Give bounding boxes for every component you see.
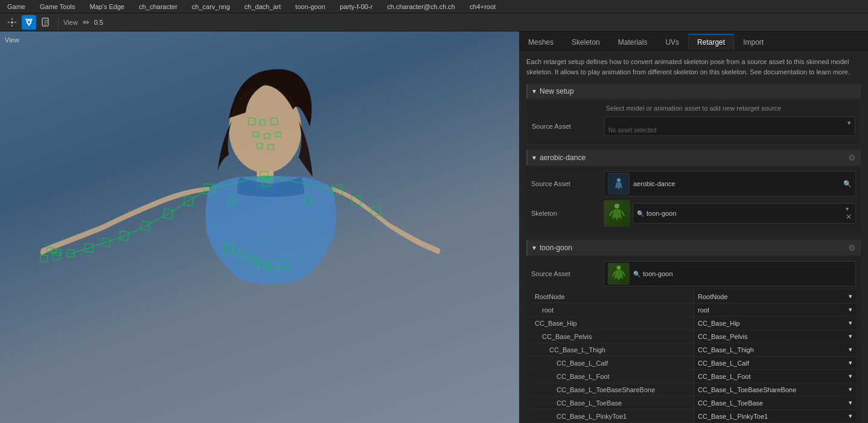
bone-row-6: CC_Base_L_ToeBase CC_Base_L_ToeBase ▾ <box>531 396 856 410</box>
aerobic-dance-skeleton-select[interactable]: 🔍 toon-goon ▾ ✕ <box>633 203 856 224</box>
new-setup-chevron-icon: ▾ <box>532 87 536 95</box>
skeleton-close-icon[interactable]: ✕ <box>846 213 852 221</box>
main-area: View <box>0 31 868 423</box>
retarget-description: Each retarget setup defines how to conve… <box>526 57 861 77</box>
bone-row-3: CC_Base_L_Calf CC_Base_L_Calf ▾ <box>531 357 856 370</box>
svg-point-49 <box>617 178 621 182</box>
bone-left-4: CC_Base_L_Foot <box>531 373 694 380</box>
bone-right-4[interactable]: CC_Base_L_Foot ▾ <box>694 370 856 383</box>
bone-right-5[interactable]: CC_Base_L_ToeBaseShareBone ▾ <box>694 383 856 396</box>
menu-maps-edge[interactable]: Map's Edge <box>87 3 127 10</box>
tab-materials[interactable]: Materials <box>609 34 657 50</box>
toolbar-retarget-button[interactable] <box>22 15 36 30</box>
svg-rect-22 <box>53 253 60 260</box>
viewport[interactable]: View <box>0 31 519 423</box>
toon-goon-header[interactable]: ▾ toon-goon ⚙ <box>526 240 861 256</box>
aerobic-dance-source-row: Source Asset aerobic-dance 🔍 <box>531 171 856 196</box>
tab-import[interactable]: Import <box>734 34 773 50</box>
aerobic-dance-search-icon[interactable]: 🔍 <box>843 180 852 188</box>
tab-uvs[interactable]: UVs <box>656 34 688 50</box>
menu-ch4root[interactable]: ch4+root <box>467 3 498 10</box>
aerobic-dance-skeleton-label: Skeleton <box>531 210 604 217</box>
aerobic-dance-skeleton-row: Skeleton <box>531 200 856 227</box>
toon-goon-source-row: Source Asset <box>531 261 856 286</box>
menu-party[interactable]: party-f-00-r <box>337 3 375 10</box>
toolbar-book-button[interactable] <box>39 15 53 30</box>
svg-point-51 <box>617 266 621 270</box>
bone-row-5: CC_Base_L_ToeBaseShareBone CC_Base_L_Toe… <box>531 383 856 396</box>
toolbar-move-button[interactable] <box>5 15 19 30</box>
aerobic-dance-chevron-icon: ▾ <box>532 153 536 162</box>
tab-skeleton[interactable]: Skeleton <box>563 34 609 50</box>
toon-goon-body: Source Asset <box>526 256 861 423</box>
menu-ch-character2[interactable]: ch.character@ch.ch.ch <box>385 3 458 10</box>
bone-right-7[interactable]: CC_Base_L_PinkyToe1 ▾ <box>694 410 856 422</box>
new-setup-header[interactable]: ▾ New setup <box>526 84 861 98</box>
svg-rect-17 <box>141 221 150 230</box>
bone-left-6: CC_Base_L_ToeBase <box>531 399 694 407</box>
bone-row-rootnode: RootNode RootNode ▾ <box>531 290 856 303</box>
aerobic-dance-section: ▾ aerobic-dance ⚙ Source Asset <box>526 150 861 235</box>
aerobic-dance-label: aerobic-dance <box>540 153 586 162</box>
bone-right-root[interactable]: root ▾ <box>694 303 856 316</box>
toon-goon-asset-name: toon-goon <box>643 270 673 277</box>
tab-retarget[interactable]: Retarget <box>688 34 734 50</box>
bone-row-2: CC_Base_L_Thigh CC_Base_L_Thigh ▾ <box>531 343 856 357</box>
bone-right-0[interactable]: CC_Base_Hip ▾ <box>694 317 856 329</box>
bone-left-rootnode: RootNode <box>531 293 694 300</box>
menu-ch-character[interactable]: ch_character <box>136 3 180 10</box>
aerobic-dance-gear-icon[interactable]: ⚙ <box>848 153 856 163</box>
bone-right-6[interactable]: CC_Base_L_ToeBase ▾ <box>694 396 856 409</box>
toon-goon-chevron-icon: ▾ <box>532 244 536 252</box>
new-setup-body: Select model or animation asset to add n… <box>526 99 861 145</box>
aerobic-dance-source-select[interactable]: aerobic-dance 🔍 <box>604 171 856 196</box>
new-setup-dropdown-arrow: ▾ <box>847 119 851 127</box>
bone-left-5: CC_Base_L_ToeBaseShareBone <box>531 386 694 393</box>
menu-game-tools[interactable]: Game Tools <box>37 3 78 10</box>
bone-rows-container: CC_Base_Hip CC_Base_Hip ▾ CC_Base_Pelvis… <box>531 317 856 423</box>
bone-left-root: root <box>531 306 694 314</box>
bone-right-3[interactable]: CC_Base_L_Calf ▾ <box>694 357 856 369</box>
aerobic-dance-title: ▾ aerobic-dance <box>532 153 586 162</box>
toon-goon-source-select[interactable]: 🔍 toon-goon <box>604 261 856 286</box>
toon-goon-label: toon-goon <box>540 244 572 252</box>
sync-icon: ⇔ <box>83 18 89 27</box>
bone-left-0: CC_Base_Hip <box>531 320 694 327</box>
bone-right-rootnode[interactable]: RootNode ▾ <box>694 290 856 303</box>
menu-ch-carv[interactable]: ch_carv_nng <box>190 3 232 10</box>
aerobic-dance-thumbnail <box>608 173 630 195</box>
menu-ch-dach[interactable]: ch_dach_art <box>242 3 284 10</box>
bone-left-2: CC_Base_L_Thigh <box>531 346 694 354</box>
new-setup-source-asset-row: Source Asset ▾ No asset selected <box>532 117 855 136</box>
bone-right-root-chevron: ▾ <box>849 306 852 314</box>
menubar: Game Game Tools Map's Edge ch_character … <box>0 0 868 13</box>
tab-meshes[interactable]: Meshes <box>519 34 563 50</box>
toon-goon-thumbnail <box>608 263 630 285</box>
new-setup-source-select[interactable]: ▾ No asset selected <box>604 117 855 136</box>
toon-goon-gear-icon[interactable]: ⚙ <box>848 243 856 253</box>
aerobic-dance-body: Source Asset aerobic-dance 🔍 <box>526 166 861 235</box>
bone-left-3: CC_Base_L_Calf <box>531 360 694 367</box>
new-setup-hint: Select model or animation asset to add n… <box>532 105 855 112</box>
svg-line-45 <box>90 242 106 248</box>
svg-line-43 <box>124 226 145 236</box>
svg-line-44 <box>106 236 124 242</box>
toon-goon-thumb-inner <box>608 263 629 284</box>
tab-bar: Meshes Skeleton Materials UVs Retarget I… <box>519 31 868 51</box>
svg-line-41 <box>168 201 188 213</box>
sync-value: 0.5 <box>94 19 103 26</box>
new-setup-label: New setup <box>540 87 574 95</box>
aerobic-dance-search-icon2: 🔍 <box>637 210 644 217</box>
menu-game[interactable]: Game <box>5 3 28 10</box>
bone-row-1: CC_Base_Pelvis CC_Base_Pelvis ▾ <box>531 330 856 343</box>
bone-right-2[interactable]: CC_Base_L_Thigh ▾ <box>694 343 856 356</box>
aerobic-dance-skeleton-name: toon-goon <box>646 210 677 217</box>
no-asset-text: No asset selected <box>608 127 657 134</box>
menu-toon-goon[interactable]: toon-goon <box>293 3 328 10</box>
right-panel: Meshes Skeleton Materials UVs Retarget I… <box>519 31 868 423</box>
svg-point-0 <box>11 21 13 24</box>
bone-right-1[interactable]: CC_Base_Pelvis ▾ <box>694 330 856 343</box>
skeleton-dropdown-arrow: ▾ <box>846 205 852 212</box>
bone-left-7: CC_Base_L_PinkyToe1 <box>531 413 694 420</box>
aerobic-dance-header[interactable]: ▾ aerobic-dance ⚙ <box>526 150 861 166</box>
